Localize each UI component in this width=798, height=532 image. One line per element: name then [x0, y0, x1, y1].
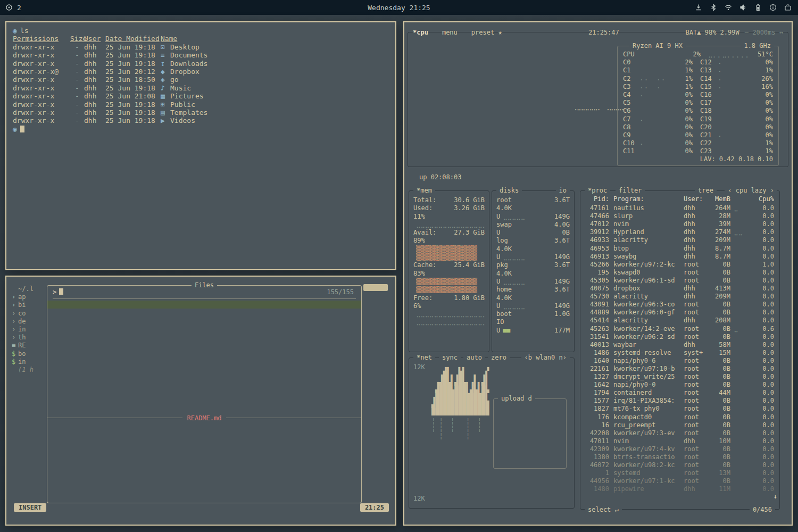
net-box-title[interactable]: *net — [413, 354, 435, 361]
wifi-icon[interactable] — [725, 4, 732, 11]
editor-window[interactable]: ~/.l ›ap ›bi ›co ›de ›in ›th ≡RE $bo $in… — [5, 276, 396, 526]
terminal-prompt-line[interactable]: ◉ — [13, 125, 389, 133]
process-row[interactable]: 31541 kworker/u96:2-sd root 0B 0.0 — [586, 333, 774, 341]
process-row[interactable]: 44956 kworker/u97:1-kc root 0B 0.0 — [586, 477, 774, 485]
picker-item[interactable]: ≡README.md — [47, 301, 361, 309]
process-row[interactable]: 40075 dropbox dhh 413M 0.0 — [586, 285, 774, 293]
process-row[interactable]: 47012 nvim dhh 39M 0.0 — [586, 220, 774, 228]
process-row[interactable]: 47011 nvim dhh 10M 0.0 — [586, 437, 774, 445]
col-program[interactable]: Program: — [613, 195, 684, 203]
volume-icon[interactable] — [739, 4, 747, 11]
tab-indicator[interactable] — [363, 284, 388, 291]
net-zero-button[interactable]: zero — [488, 354, 510, 361]
preset-button[interactable]: preset ★ — [471, 29, 502, 37]
process-row[interactable]: 42208 kworker/u97:3-ev root 0B 0.0 — [586, 429, 774, 437]
process-row[interactable]: 1794 containerd root 44M 0.0 — [586, 389, 774, 397]
picker-item[interactable]: ●themes/tokyo-night/alacritty.toml — [47, 373, 361, 381]
tree-toggle[interactable]: tree — [695, 187, 717, 194]
file-tree-item[interactable]: (1 h — [12, 366, 47, 374]
process-row[interactable]: 43091 kworker/u96:3-co root 0B 0.0 — [586, 301, 774, 309]
file-tree-item[interactable]: ›de — [12, 318, 47, 326]
process-row[interactable]: 40013 waybar dhh 58M 0.0 — [586, 341, 774, 349]
process-row[interactable]: 1640 napi/phy0-6 root 0B 0.0 — [586, 357, 774, 365]
process-row[interactable]: 46933 alacritty dhh 209M 0.0 — [586, 236, 774, 244]
col-cpu[interactable]: Cpu% — [754, 195, 774, 203]
process-row[interactable]: 46072 kworker/u98:2-kc root 0B 0.0 — [586, 461, 774, 469]
picker-prompt[interactable]: > 155/155 — [53, 286, 356, 299]
net-auto-button[interactable]: auto — [463, 354, 485, 361]
picker-item[interactable]: ◐themes/tokyo-night/btop.theme — [47, 365, 361, 373]
process-row[interactable]: 176 kcompactd0 root 0B 0.0 — [586, 413, 774, 421]
file-tree-item[interactable]: ~/.l — [12, 285, 47, 293]
process-row[interactable]: 22161 kworker/u97:10-b root 0B 0.0 — [586, 365, 774, 373]
process-row[interactable]: 1577 irq/81-PIXA3854: root 0B 0.0 — [586, 397, 774, 405]
process-row[interactable]: 1486 systemd-resolve syst+ 15M 0.0 — [586, 349, 774, 357]
picker-item[interactable]: #themes/nord/waybar.css — [47, 397, 361, 405]
picker-item[interactable]: #themes/tokyo-night/waybar.css — [47, 325, 361, 332]
process-row[interactable]: 1642 napi/phy0-0 root 0B 0.0 — [586, 381, 774, 389]
net-interface-selector[interactable]: ‹b wlan0 n› — [521, 354, 570, 361]
file-tree-item[interactable]: ›co — [12, 310, 47, 318]
process-row[interactable]: 45730 alacritty dhh 209M 0.0 — [586, 293, 774, 301]
workspace-indicator[interactable]: 2 — [17, 4, 21, 12]
process-row[interactable]: 47161 nautilus dhh 264M ⣀ 0.0 — [586, 204, 774, 212]
process-row[interactable]: 1827 mt76-tx phy0 root 0B 0.0 — [586, 405, 774, 413]
process-row[interactable]: 1327 dmcrypt_write/25 root 0B 0.0 — [586, 373, 774, 381]
file-tree-item[interactable]: ›ap — [12, 293, 47, 301]
picker-item[interactable]: ◉themes/tokyo-night/neovim.lua — [47, 332, 361, 340]
info-icon[interactable] — [769, 4, 777, 11]
terminal-window[interactable]: ◉ls Permissions Size User Date Modified … — [5, 21, 396, 270]
process-row[interactable]: 46913 swaybg dhh 8.7M 0.0 — [586, 253, 774, 261]
picker-item[interactable]: #themes/nord/wofi.css — [47, 389, 361, 397]
proc-box-title[interactable]: *proc — [585, 187, 610, 194]
scroll-down-icon[interactable]: ↓ — [774, 493, 777, 501]
picker-item[interactable]: $themes/tokyo-night/backgrounds.sh — [47, 309, 361, 317]
filter-button[interactable]: filter — [616, 187, 645, 194]
process-row[interactable]: 39912 Hyprland dhh 274M ⣀⣀ 0.0 — [586, 228, 774, 236]
col-pid[interactable]: Pid: — [586, 195, 613, 203]
process-row[interactable]: 45414 alacritty dhh 208M 0.0 — [586, 317, 774, 325]
briefcase-icon[interactable] — [784, 4, 792, 11]
col-mem[interactable]: MemB — [708, 195, 730, 203]
io-toggle[interactable]: io — [556, 187, 570, 194]
process-row[interactable]: 45263 kworker/14:2-eve root 0B ⣀ 0.6 — [586, 325, 774, 333]
process-row[interactable]: 1480 pipewire dhh 11M 0.0 — [586, 485, 774, 493]
process-row[interactable]: 47466 slurp dhh 28M 0.0 — [586, 212, 774, 220]
process-row[interactable]: 45266 kworker/u97:2-kc root 0B 1.0 — [586, 261, 774, 269]
process-row[interactable]: 45305 kworker/u96:1-sd root 0B 0.0 — [586, 277, 774, 285]
select-hint[interactable]: select ↵ — [585, 506, 622, 513]
col-user[interactable]: User: — [684, 195, 708, 203]
picker-item[interactable]: #themes/tokyo-night/wofi.css — [47, 317, 361, 325]
picker-item[interactable]: ≡themes/tokyo-night/mako.ini — [47, 340, 361, 348]
process-row[interactable]: 1380 btrfs-transactio root 0B 0.0 — [586, 453, 774, 461]
omarchy-logo-icon[interactable] — [5, 4, 13, 11]
process-pid: 47161 — [586, 204, 613, 212]
net-sync-button[interactable]: sync — [439, 354, 461, 361]
file-tree-item[interactable]: $in — [12, 358, 47, 366]
process-row[interactable]: 46953 btop dhh 8.7M 0.0 — [586, 245, 774, 253]
file-tree-item[interactable]: ›th — [12, 334, 47, 342]
process-row[interactable]: 16 rcu_preempt root 0B 0.0 — [586, 421, 774, 429]
cpu-box-title[interactable]: *cpu — [413, 29, 428, 37]
process-row[interactable]: 195 kswapd0 root 0B 0.0 — [586, 269, 774, 277]
process-row[interactable]: 44889 kworker/u96:0-gf root 0B 0.0 — [586, 309, 774, 317]
disks-box-title[interactable]: disks — [496, 187, 522, 194]
picker-item[interactable]: $themes/nord/backgrounds.sh — [47, 381, 361, 389]
file-tree-item[interactable]: ›bi — [12, 301, 47, 309]
battery-icon[interactable] — [754, 4, 762, 11]
file-tree-item[interactable]: ›in — [12, 326, 47, 334]
btop-window[interactable]: *cpu menu preset ★ 21:25:47 BAT▲ 98% 2.9… — [403, 21, 793, 526]
bluetooth-icon[interactable] — [710, 4, 717, 11]
process-row[interactable]: 42309 kworker/u97:4-kv root 0B 0.0 — [586, 445, 774, 453]
process-row[interactable]: 1 systemd root 13M 0.0 — [586, 469, 774, 477]
refresh-interval[interactable]: — 2000ms ↔ — [745, 29, 783, 37]
file-tree-item[interactable]: $bo — [12, 350, 47, 358]
mem-box-title[interactable]: *mem — [413, 187, 435, 194]
picker-item[interactable]: ●themes/nord/alacritty.toml — [47, 405, 361, 413]
sort-selector[interactable]: ‹ cpu lazy › — [725, 187, 777, 194]
picker-item[interactable]: ○themes/tokyo-night/hyprlock.conf — [47, 349, 361, 357]
menu-button[interactable]: menu — [442, 29, 458, 37]
file-tree-item[interactable]: ≡RE — [12, 342, 47, 350]
tray-arrow-icon[interactable] — [695, 4, 702, 11]
picker-item[interactable]: ○themes/tokyo-night/hyprland.conf — [47, 357, 361, 365]
